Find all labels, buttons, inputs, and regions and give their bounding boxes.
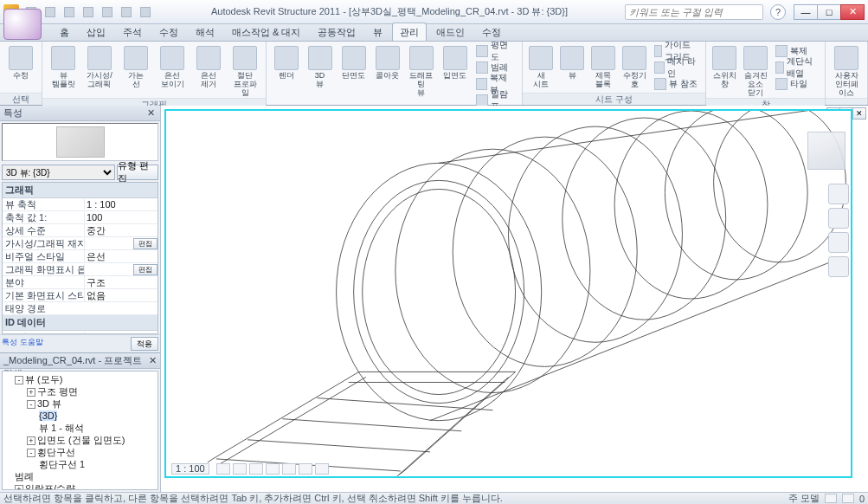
status-filter-icon[interactable] [842, 494, 854, 503]
property-value[interactable]: 편집 [84, 238, 158, 249]
property-value[interactable]: 100 [84, 212, 158, 223]
close-button[interactable]: ✕ [840, 4, 865, 20]
property-edit-button[interactable]: 편집 [133, 238, 158, 249]
ribbon-button[interactable]: 수정기호 [620, 43, 649, 89]
property-value[interactable]: 1 : 100 [84, 199, 158, 210]
tree-expander-icon[interactable]: + [27, 388, 35, 397]
ribbon-button[interactable]: 드래프팅뷰 [405, 43, 437, 98]
type-selector[interactable]: 3D 뷰: {3D} [2, 165, 115, 180]
ribbon-tab[interactable]: 수정 [151, 23, 186, 41]
ribbon-button[interactable]: 콜아웃 [371, 43, 403, 81]
ribbon-button[interactable]: 사용자인터페이스 [829, 43, 864, 98]
property-row[interactable]: 축척 값 1:100 [3, 211, 158, 224]
ribbon-button-small[interactable]: 타일 [772, 76, 821, 92]
ribbon-button-small[interactable]: 평면도 [473, 43, 518, 59]
tree-item[interactable]: +일람표/수량 [15, 482, 158, 490]
apply-button[interactable]: 적용 [131, 337, 158, 351]
ribbon-button-small[interactable]: 뷰 참조 [651, 76, 702, 92]
view-scale[interactable]: 1 : 100 [171, 463, 209, 475]
ribbon-tab[interactable]: 주석 [115, 23, 150, 41]
tree-item[interactable]: -3D 뷰{3D}뷰 1 - 해석 [27, 397, 158, 434]
tree-expander-icon[interactable]: + [27, 436, 35, 445]
tree-expander-icon[interactable]: - [27, 400, 35, 409]
tree-item[interactable]: 뷰 1 - 해석 [39, 422, 158, 434]
property-value[interactable]: 구조 [84, 276, 158, 289]
browser-close-icon[interactable]: ✕ [149, 355, 157, 367]
ribbon-button[interactable]: 새시트 [526, 43, 556, 89]
ribbon-tab[interactable]: 홈 [52, 23, 77, 41]
ribbon-button-small[interactable]: 매치 라인 [651, 60, 702, 75]
ribbon-button[interactable]: 입면도 [439, 43, 471, 81]
property-row[interactable]: 그래픽 화면표시 옵션편집 [3, 263, 158, 276]
property-row[interactable]: 뷰 축척1 : 100 [3, 198, 158, 211]
property-value[interactable]: 은선 [84, 250, 158, 263]
edit-type-button[interactable]: 유형 편집 [117, 165, 158, 180]
ribbon-tab[interactable]: 삽입 [79, 23, 113, 41]
tree-item[interactable]: {3D} [39, 410, 158, 422]
tree-item[interactable]: -뷰 (모두)+구조 평면-3D 뷰{3D}뷰 1 - 해석+입면도 (건물 입… [15, 373, 158, 470]
property-row[interactable]: 상세 수준중간 [3, 224, 158, 237]
viewcontrol-detail-icon[interactable] [216, 463, 230, 475]
nav-pan-icon[interactable] [828, 232, 849, 253]
ribbon-tab[interactable]: 관리 [392, 23, 427, 41]
ribbon-button[interactable]: 절단프로파일 [228, 43, 262, 98]
property-row[interactable]: 가시성/그래픽 재지정편집 [3, 237, 158, 250]
nav-home-icon[interactable] [828, 184, 849, 204]
maximize-button[interactable]: □ [817, 4, 841, 20]
properties-help-link[interactable]: 특성 도움말 [2, 337, 43, 351]
qat-redo-button[interactable] [80, 3, 97, 21]
ribbon-tab[interactable]: 매스작업 & 대지 [224, 23, 308, 41]
status-pressdrag-icon[interactable] [825, 494, 837, 503]
doc-close-button[interactable]: ✕ [852, 107, 866, 120]
tree-item[interactable]: -횡단구선횡단구선 1 [27, 446, 158, 470]
qat-print-button[interactable] [99, 3, 116, 21]
ribbon-tab[interactable]: 공동작업 [310, 23, 363, 41]
ribbon-button[interactable]: 뷰템플릿 [46, 43, 80, 89]
ribbon-button[interactable]: 은선제거 [191, 43, 226, 89]
property-row[interactable]: 분야구조 [3, 276, 158, 289]
ribbon-button[interactable]: 렌더 [270, 43, 302, 81]
minimize-button[interactable]: — [794, 4, 818, 20]
ribbon-tab[interactable]: 해석 [188, 23, 222, 41]
drawing-area[interactable]: — □ ✕ [161, 106, 868, 492]
viewcontrol-style-icon[interactable] [233, 463, 247, 475]
ribbon-tab[interactable]: 뷰 [365, 23, 390, 41]
viewcontrol-sun-icon[interactable] [249, 463, 263, 475]
ribbon-button-small[interactable]: 계단식 배열 [772, 60, 821, 75]
ribbon-button[interactable]: 은선보이기 [155, 43, 190, 89]
nav-zoom-icon[interactable] [828, 208, 849, 229]
tree-item[interactable]: +구조 평면 [27, 385, 158, 397]
qat-measure-button[interactable] [118, 3, 135, 21]
view-cube[interactable] [807, 132, 845, 170]
property-value[interactable]: 편집 [84, 264, 158, 275]
ribbon-button[interactable]: 3D뷰 [304, 43, 336, 89]
qat-save-button[interactable] [42, 3, 59, 21]
application-menu-button[interactable] [3, 9, 42, 40]
project-browser-tree[interactable]: -뷰 (모두)+구조 평면-3D 뷰{3D}뷰 1 - 해석+입면도 (건물 입… [2, 371, 158, 490]
viewcontrol-hide-icon[interactable] [315, 463, 329, 475]
ribbon-tab[interactable]: 애드인 [428, 23, 473, 41]
ribbon-button[interactable]: 스위치창 [710, 43, 739, 89]
ribbon-button[interactable]: 숨겨진요소닫기 [741, 43, 770, 98]
ribbon-button[interactable]: 단면도 [338, 43, 370, 81]
qat-undo-button[interactable] [61, 3, 78, 21]
ribbon-button[interactable]: 가는선 [119, 43, 153, 89]
properties-grid[interactable]: 그래픽뷰 축척1 : 100축척 값 1:100상세 수준중간가시성/그래픽 재… [2, 182, 158, 334]
tree-expander-icon[interactable]: - [27, 449, 35, 457]
ribbon-tab[interactable]: 수정 [474, 23, 509, 41]
viewcontrol-show-crop-icon[interactable] [299, 463, 312, 475]
tree-expander-icon[interactable]: - [15, 376, 23, 384]
tree-item[interactable]: +입면도 (건물 입면도) [27, 434, 158, 446]
ribbon-button[interactable]: 제목블록 [588, 43, 618, 89]
property-row[interactable]: 태양 경로 [3, 302, 158, 315]
ribbon-button[interactable]: 뷰 [557, 43, 587, 81]
property-value[interactable]: 없음 [84, 289, 158, 302]
help-button[interactable]: ? [770, 4, 786, 20]
tree-expander-icon[interactable]: + [15, 485, 23, 490]
properties-close-icon[interactable]: ✕ [145, 107, 157, 120]
property-value[interactable]: 중간 [84, 224, 158, 237]
viewcontrol-shadow-icon[interactable] [266, 463, 280, 475]
ribbon-button[interactable]: 수정 [3, 43, 38, 81]
nav-orbit-icon[interactable] [828, 256, 849, 277]
viewcontrol-crop-icon[interactable] [282, 463, 296, 475]
